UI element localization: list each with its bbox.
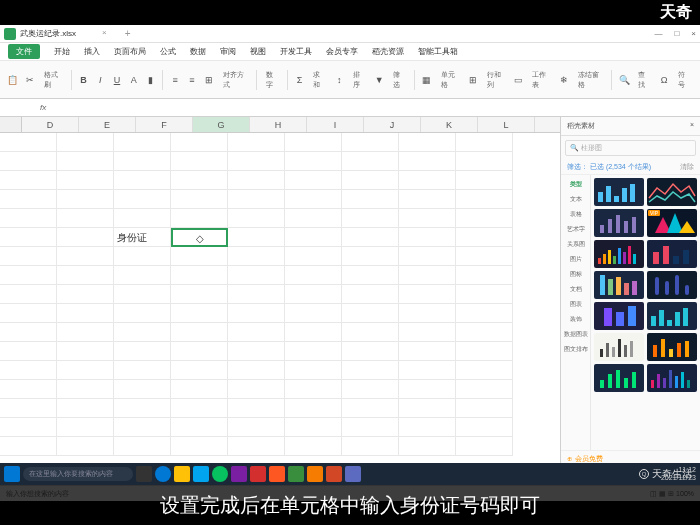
menu-layout[interactable]: 页面布局 xyxy=(114,46,146,57)
cell-format-icon[interactable]: ▦ xyxy=(420,72,434,88)
chart-thumb[interactable] xyxy=(594,240,644,268)
menu-file[interactable]: 文件 xyxy=(8,44,40,59)
bold-icon[interactable]: B xyxy=(77,72,91,88)
cells-grid[interactable]: 身份证 ◇ xyxy=(0,133,560,456)
panel-search-input[interactable]: 🔍 柱形图 xyxy=(565,140,696,156)
chart-thumb[interactable] xyxy=(647,240,697,268)
task-app-icon[interactable] xyxy=(231,466,247,482)
paste-icon[interactable]: 📋 xyxy=(6,72,20,88)
video-watermark: Q 天奇生活 xyxy=(639,467,692,481)
maximize-icon[interactable]: □ xyxy=(674,29,679,38)
sum-icon[interactable]: Σ xyxy=(293,72,307,88)
cut-icon[interactable]: ✂ xyxy=(23,72,37,88)
menu-home[interactable]: 开始 xyxy=(54,46,70,57)
svg-rect-63 xyxy=(681,372,684,388)
col-header[interactable]: F xyxy=(136,117,193,132)
filter-icon[interactable]: ▼ xyxy=(372,72,386,88)
select-all-corner[interactable] xyxy=(0,117,22,132)
task-app-icon[interactable] xyxy=(250,466,266,482)
menu-dev[interactable]: 开发工具 xyxy=(280,46,312,57)
chart-thumb[interactable] xyxy=(594,271,644,299)
menu-review[interactable]: 审阅 xyxy=(220,46,236,57)
selected-cell[interactable]: ◇ xyxy=(171,228,228,247)
cat-item[interactable]: 表格 xyxy=(561,207,590,222)
cat-item[interactable]: 艺术字 xyxy=(561,222,590,237)
chart-thumb[interactable] xyxy=(647,271,697,299)
cat-item[interactable]: 图标 xyxy=(561,267,590,282)
col-header[interactable]: D xyxy=(22,117,79,132)
col-header[interactable]: L xyxy=(478,117,535,132)
cell-f-label[interactable]: 身份证 xyxy=(114,228,171,247)
panel-header: 稻壳素材 × xyxy=(561,117,700,136)
group-cell: 单元格 xyxy=(437,70,463,90)
tab-add-icon[interactable]: + xyxy=(125,28,131,39)
col-header[interactable]: H xyxy=(250,117,307,132)
panel-close-icon[interactable]: × xyxy=(690,121,694,131)
menu-tools[interactable]: 智能工具箱 xyxy=(418,46,458,57)
cat-item[interactable]: 文档 xyxy=(561,282,590,297)
chart-thumb[interactable] xyxy=(647,333,697,361)
chart-thumb[interactable]: VIP xyxy=(647,209,697,237)
font-color-icon[interactable]: A xyxy=(127,72,141,88)
align-center-icon[interactable]: ≡ xyxy=(185,72,199,88)
filter-result[interactable]: 已选 (2,534 个结果) xyxy=(590,163,651,170)
task-app-icon[interactable] xyxy=(193,466,209,482)
freeze-icon[interactable]: ❄ xyxy=(558,72,572,88)
menu-view[interactable]: 视图 xyxy=(250,46,266,57)
fx-label[interactable]: fx xyxy=(34,103,52,112)
sort-icon[interactable]: ↕ xyxy=(332,72,346,88)
col-header[interactable]: E xyxy=(79,117,136,132)
tab-close-icon[interactable]: × xyxy=(102,28,107,39)
close-icon[interactable]: × xyxy=(691,29,696,38)
task-wechat-icon[interactable] xyxy=(212,466,228,482)
cat-item[interactable]: 图片 xyxy=(561,252,590,267)
col-header[interactable]: J xyxy=(364,117,421,132)
cat-item[interactable]: 装饰 xyxy=(561,312,590,327)
chart-thumb[interactable] xyxy=(594,178,644,206)
worksheet-icon[interactable]: ▭ xyxy=(512,72,526,88)
chart-thumb[interactable] xyxy=(594,209,644,237)
cat-item[interactable]: 文本 xyxy=(561,192,590,207)
chart-thumb[interactable] xyxy=(594,302,644,330)
task-folder-icon[interactable] xyxy=(174,466,190,482)
minimize-icon[interactable]: — xyxy=(654,29,662,38)
menu-data[interactable]: 数据 xyxy=(190,46,206,57)
col-header-active[interactable]: G xyxy=(193,117,250,132)
chart-thumb[interactable] xyxy=(647,302,697,330)
rows-cols-icon[interactable]: ⊞ xyxy=(466,72,480,88)
filter-clear[interactable]: 清除 xyxy=(680,162,694,172)
fill-color-icon[interactable]: ▮ xyxy=(144,72,158,88)
underline-icon[interactable]: U xyxy=(110,72,124,88)
cat-item[interactable]: 数据图表 xyxy=(561,327,590,342)
task-app-icon[interactable] xyxy=(307,466,323,482)
cat-item[interactable]: 图文排布 xyxy=(561,342,590,357)
chart-thumb[interactable] xyxy=(647,178,697,206)
cat-item[interactable]: 图表 xyxy=(561,297,590,312)
col-header[interactable]: K xyxy=(421,117,478,132)
cat-item[interactable]: 关系图 xyxy=(561,237,590,252)
merge-icon[interactable]: ⊞ xyxy=(202,72,216,88)
menu-formula[interactable]: 公式 xyxy=(160,46,176,57)
task-app-icon[interactable] xyxy=(345,466,361,482)
task-ppt-icon[interactable] xyxy=(326,466,342,482)
menu-insert[interactable]: 插入 xyxy=(84,46,100,57)
chart-thumb[interactable] xyxy=(647,364,697,392)
chart-thumb[interactable] xyxy=(594,364,644,392)
task-app-icon[interactable] xyxy=(136,466,152,482)
task-app-icon[interactable] xyxy=(269,466,285,482)
svg-rect-15 xyxy=(608,250,611,264)
menu-resources[interactable]: 稻壳资源 xyxy=(372,46,404,57)
col-header[interactable]: I xyxy=(307,117,364,132)
align-left-icon[interactable]: ≡ xyxy=(168,72,182,88)
svg-rect-22 xyxy=(663,246,669,264)
taskbar-search[interactable]: 在这里输入你要搜索的内容 xyxy=(23,467,133,481)
menu-member[interactable]: 会员专享 xyxy=(326,46,358,57)
cat-type[interactable]: 类型 xyxy=(561,177,590,192)
task-edge-icon[interactable] xyxy=(155,466,171,482)
find-icon[interactable]: 🔍 xyxy=(617,72,631,88)
start-icon[interactable] xyxy=(4,466,20,482)
italic-icon[interactable]: I xyxy=(93,72,107,88)
symbol-icon[interactable]: Ω xyxy=(657,72,671,88)
task-app-icon[interactable] xyxy=(288,466,304,482)
chart-thumb[interactable] xyxy=(594,333,644,361)
